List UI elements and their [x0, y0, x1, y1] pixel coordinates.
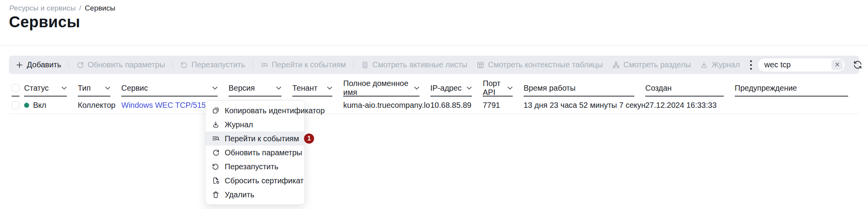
more-actions-button[interactable] — [744, 56, 758, 74]
kebab-icon — [750, 60, 752, 70]
plus-icon — [16, 61, 23, 69]
toolbar: Добавить Обновить параметры Перезапустит… — [9, 56, 859, 74]
chevron-down-icon[interactable] — [212, 86, 218, 90]
select-all-checkbox[interactable] — [12, 84, 19, 92]
status-on-indicator — [24, 103, 29, 108]
column-label: Время работы — [524, 84, 576, 93]
restart-button[interactable]: Перезапустить — [176, 56, 250, 74]
menu-item-label: Журнал — [225, 120, 253, 129]
breadcrumb-separator: / — [79, 4, 81, 12]
column-header-warning: Предупреждение — [735, 80, 859, 97]
view-active-lists-button[interactable]: Смотреть активные листы — [356, 56, 472, 74]
type-cell: Коллектор — [78, 101, 121, 110]
sync-icon — [852, 60, 863, 70]
menu-item-label: Перейти к событиям — [225, 134, 299, 143]
go-to-events-icon — [260, 61, 268, 69]
breadcrumb-parent[interactable]: Ресурсы и сервисы — [9, 4, 76, 12]
column-header-tenant[interactable]: Тенант — [292, 80, 343, 97]
add-button[interactable]: Добавить — [16, 56, 66, 74]
restart-label: Перезапустить — [192, 60, 245, 69]
menu-item-restart[interactable]: Перезапустить — [206, 160, 304, 174]
toolbar-separator — [68, 61, 69, 69]
chevron-down-icon[interactable] — [61, 86, 67, 90]
api-port-cell: 7791 — [483, 101, 524, 110]
column-label: IP-адрес — [430, 84, 462, 93]
column-label: Порт API — [483, 79, 504, 97]
ip-cell: 10.68.85.89 — [430, 101, 483, 110]
menu-item-go-to-events[interactable]: Перейти к событиям 1 — [206, 132, 304, 146]
toolbar-separator — [173, 61, 173, 69]
toolbar-separator — [353, 61, 354, 69]
service-link[interactable]: Windows WEC TCP/5151 — [121, 101, 210, 109]
restart-icon — [180, 61, 188, 69]
menu-item-label: Перезапустить — [225, 162, 278, 171]
row-checkbox[interactable] — [12, 101, 19, 109]
chevron-down-icon[interactable] — [414, 86, 419, 90]
view-active-lists-label: Смотреть активные листы — [372, 60, 467, 69]
row-select-cell — [12, 101, 24, 109]
step-badge: 1 — [304, 133, 314, 144]
column-header-service[interactable]: Сервис — [121, 80, 229, 97]
search-clear-button[interactable]: ✕ — [831, 60, 843, 70]
chevron-down-icon[interactable] — [466, 86, 472, 90]
refresh-icon — [212, 149, 220, 156]
restart-icon — [212, 163, 220, 170]
chevron-down-icon[interactable] — [507, 86, 513, 90]
column-header-version[interactable]: Версия — [229, 80, 292, 97]
column-header-fqdn[interactable]: Полное доменное имя — [343, 80, 430, 97]
menu-item-reset-certificate[interactable]: Сбросить сертификат — [206, 174, 304, 188]
chevron-down-icon[interactable] — [276, 86, 281, 90]
header-divider — [0, 45, 868, 46]
active-lists-icon — [361, 61, 369, 69]
column-label: Предупреждение — [735, 84, 797, 93]
close-icon: ✕ — [835, 61, 840, 69]
toolbar-right-group: ✕ — [758, 58, 868, 72]
journal-download-icon — [212, 121, 220, 128]
search-input[interactable] — [764, 60, 831, 69]
column-header-type[interactable]: Тип — [78, 80, 121, 97]
column-header-status[interactable]: Статус — [24, 80, 78, 97]
status-cell: Вкл — [24, 101, 78, 110]
refresh-icon — [76, 61, 84, 69]
menu-item-refresh-parameters[interactable]: Обновить параметры — [206, 146, 304, 160]
menu-item-delete[interactable]: Удалить — [206, 188, 304, 202]
toolbar-separator — [253, 61, 253, 69]
table-refresh-button[interactable] — [850, 58, 865, 72]
breadcrumb: Ресурсы и сервисы / Сервисы — [9, 4, 115, 12]
refresh-parameters-button[interactable]: Обновить параметры — [72, 56, 169, 74]
go-to-events-button[interactable]: Перейти к событиям — [256, 56, 351, 74]
go-to-events-icon — [212, 135, 220, 142]
menu-item-copy-id[interactable]: Копировать идентификатор — [206, 104, 304, 118]
status-text: Вкл — [33, 101, 46, 110]
journal-download-icon — [700, 61, 708, 69]
chevron-down-icon[interactable] — [105, 86, 110, 90]
view-context-tables-label: Смотреть контекстные таблицы — [488, 60, 603, 69]
menu-item-journal[interactable]: Журнал — [206, 118, 304, 132]
column-label: Создан — [645, 84, 672, 93]
column-label: Тенант — [292, 84, 318, 93]
journal-label: Журнал — [711, 60, 740, 69]
refresh-parameters-label: Обновить параметры — [87, 60, 165, 69]
row-context-menu: Копировать идентификатор Журнал Перейти … — [205, 100, 305, 205]
column-header-ip[interactable]: IP-адрес — [430, 80, 483, 97]
column-label: Полное доменное имя — [343, 79, 411, 97]
column-label: Тип — [78, 84, 91, 93]
column-header-created: Создан — [645, 80, 735, 97]
go-to-events-label: Перейти к событиям — [272, 60, 346, 69]
reset-certificate-icon — [212, 177, 220, 184]
context-tables-icon — [477, 61, 484, 69]
copy-icon — [212, 107, 220, 114]
column-label: Статус — [24, 84, 49, 93]
column-label: Сервис — [121, 84, 148, 93]
view-partitions-button[interactable]: Смотреть разделы — [608, 56, 696, 74]
partitions-icon — [612, 61, 620, 69]
menu-item-label: Обновить параметры — [225, 148, 302, 157]
journal-button[interactable]: Журнал — [695, 56, 744, 74]
chevron-down-icon[interactable] — [327, 86, 332, 90]
fqdn-cell: kuma-aio.truecompany.local — [343, 101, 430, 110]
view-context-tables-button[interactable]: Смотреть контекстные таблицы — [472, 56, 607, 74]
menu-item-label: Копировать идентификатор — [225, 106, 325, 115]
column-header-api-port[interactable]: Порт API — [483, 80, 524, 97]
table-header: Статус Тип Сервис Версия Тенант Полное д… — [9, 80, 859, 97]
breadcrumb-current: Сервисы — [85, 4, 115, 12]
